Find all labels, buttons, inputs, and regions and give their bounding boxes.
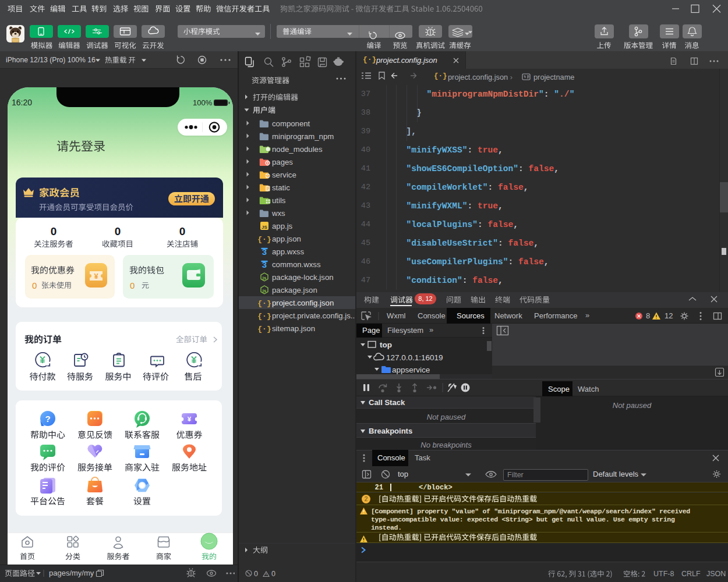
svg-text:node_modules: node_modules	[272, 145, 323, 154]
svg-text:{·}: {·}	[257, 312, 271, 321]
svg-text:project.config.json: project.config.json	[272, 299, 334, 307]
svg-text:app.wxss: app.wxss	[272, 247, 304, 256]
svg-text:js: js	[262, 275, 266, 281]
svg-text:common.wxss: common.wxss	[272, 260, 321, 269]
svg-text:appservice: appservice	[392, 365, 430, 374]
svg-text:0: 0	[271, 570, 275, 578]
svg-text:wxs: wxs	[271, 209, 285, 218]
svg-text:app.json: app.json	[272, 235, 301, 243]
svg-text:¥: ¥	[188, 416, 192, 423]
svg-text:?: ?	[45, 414, 50, 424]
svg-text:{·}: {·}	[257, 325, 271, 333]
svg-text:127.0.0.1:16019: 127.0.0.1:16019	[386, 353, 443, 362]
svg-text:2: 2	[365, 495, 368, 502]
svg-text:component: component	[272, 119, 310, 128]
svg-text:app.js: app.js	[272, 222, 293, 230]
svg-text:¥: ¥	[94, 272, 98, 281]
svg-text:0: 0	[254, 570, 258, 578]
svg-text:JS: JS	[261, 225, 267, 230]
svg-text:service: service	[272, 171, 296, 179]
svg-text:sitemap.json: sitemap.json	[272, 324, 315, 333]
svg-text:project.private.config.js...: project.private.config.js...	[272, 311, 356, 320]
svg-text:package-lock.json: package-lock.json	[272, 273, 334, 282]
svg-text:top: top	[380, 340, 392, 349]
svg-text:{·}: {·}	[257, 299, 271, 308]
svg-text:miniprogram_npm: miniprogram_npm	[272, 132, 334, 141]
svg-text:js: js	[262, 288, 266, 293]
svg-text:package.json: package.json	[272, 286, 317, 294]
svg-text:{·}: {·}	[257, 235, 271, 244]
svg-text:pages: pages	[272, 158, 293, 166]
svg-text:utils: utils	[272, 196, 286, 205]
svg-text:static: static	[272, 183, 290, 192]
